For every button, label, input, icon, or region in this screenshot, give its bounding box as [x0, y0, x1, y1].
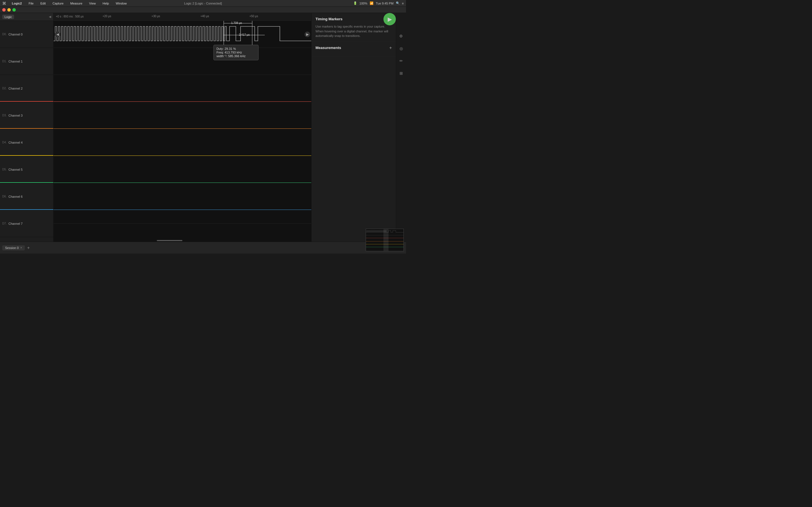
- channel-row-6[interactable]: [54, 183, 311, 210]
- time-marker-30: +30 µs: [151, 15, 160, 18]
- timing-label-1: 1.708 µs: [231, 21, 242, 24]
- channel-name-5: Channel 5: [8, 168, 22, 171]
- timing-marker-2-line: [252, 21, 252, 48]
- sidebar-channel-2[interactable]: D2. Channel 2: [0, 75, 53, 102]
- svg-rect-6: [384, 229, 389, 251]
- channel-id-6: D6.: [2, 195, 8, 198]
- channel-row-1[interactable]: [54, 48, 311, 75]
- pencil-icon[interactable]: ✏: [397, 57, 405, 65]
- channel-row-7[interactable]: [54, 210, 311, 224]
- right-icons: ▶ ⚙ ◎ ✏ ⊞: [396, 13, 406, 242]
- tooltip-measurement: Duty: 29.31 % Freq: 413.793 kHz width⁻¹:…: [213, 45, 259, 60]
- window-title: Logic 2 [Logic - Connected]: [184, 2, 222, 5]
- apple-menu[interactable]: ⌘: [2, 1, 6, 6]
- scrollbar-thumb[interactable]: [157, 240, 183, 241]
- control-strip[interactable]: ≡: [402, 2, 404, 5]
- channel-row-3[interactable]: [54, 102, 311, 129]
- channel-name-2: Channel 2: [8, 87, 22, 90]
- channel-color-5: [0, 182, 53, 183]
- timing-markers-header: Timing Markers +: [315, 16, 392, 21]
- timing-markers-desc: Use markers to tag specific events in yo…: [315, 24, 392, 38]
- timing-label-2: 2.417 µs: [239, 33, 250, 36]
- channel-id-0: D0.: [2, 33, 8, 36]
- session-tab[interactable]: Session 0 ×: [2, 245, 25, 250]
- menu-view[interactable]: View: [88, 1, 97, 6]
- menu-bar: ⌘ Logic2 File Edit Capture Measure View …: [0, 0, 406, 7]
- nav-left[interactable]: ◀: [55, 32, 60, 37]
- channel-id-3: D3.: [2, 114, 8, 117]
- channel-name-3: Channel 3: [8, 114, 22, 117]
- sidebar-channel-3[interactable]: D3. Channel 3: [0, 102, 53, 129]
- channel-2-line: [54, 101, 311, 102]
- channel-color-4: [0, 155, 53, 156]
- sidebar-channel-1[interactable]: D1. Channel 1: [0, 48, 53, 75]
- sidebar-collapse[interactable]: ◀: [49, 15, 51, 18]
- channel-id-1: D1.: [2, 60, 8, 63]
- sidebar-channel-6[interactable]: D6. Channel 6: [0, 183, 53, 210]
- settings-icon[interactable]: ⚙: [397, 32, 405, 40]
- right-panel: Timing Markers + Use markers to tag spec…: [311, 13, 396, 242]
- channel-5-line: [54, 182, 311, 183]
- session-close[interactable]: ×: [20, 246, 22, 249]
- channel-name-0: Channel 0: [8, 33, 22, 36]
- sidebar-channel-7[interactable]: D7. Channel 7: [0, 210, 53, 237]
- channel-name-4: Channel 4: [8, 141, 22, 144]
- sidebar-channel-5[interactable]: D5. Channel 5: [0, 156, 53, 183]
- channel-4-line: [54, 156, 311, 156]
- clock: Tue 9:45 PM: [376, 2, 394, 5]
- channel-color-2: [0, 101, 53, 102]
- close-button[interactable]: [2, 8, 6, 11]
- nav-right[interactable]: ▶: [305, 32, 310, 37]
- channel-row-0[interactable]: ◀ 1.708 µs 2.417 µs Duty: 29.31: [54, 21, 311, 48]
- channel-color-3: [0, 128, 53, 129]
- menu-help[interactable]: Help: [101, 1, 110, 6]
- channel-name-7: Channel 7: [8, 222, 22, 225]
- channel-id-5: D5.: [2, 168, 8, 171]
- sidebar: Logic ◀ D0. Channel 0 D1. Channel 1 D2. …: [0, 13, 54, 242]
- logic-badge: Logic: [2, 15, 14, 19]
- add-session[interactable]: +: [27, 245, 30, 250]
- app-body: Logic ◀ D0. Channel 0 D1. Channel 1 D2. …: [0, 13, 406, 242]
- minimap[interactable]: [366, 229, 404, 251]
- minimize-button[interactable]: [7, 8, 11, 11]
- search-icon-right[interactable]: ◎: [397, 45, 405, 52]
- wifi-icon: 📶: [370, 1, 373, 5]
- grid-icon[interactable]: ⊞: [397, 69, 405, 77]
- menu-file[interactable]: File: [28, 1, 35, 6]
- session-label: Session 0: [5, 246, 18, 249]
- battery-percent: 100%: [359, 2, 367, 5]
- channel-3-line: [54, 128, 311, 129]
- timing-markers-title: Timing Markers: [315, 17, 343, 21]
- play-button[interactable]: ▶: [384, 13, 396, 25]
- channel-6-line: [54, 210, 311, 210]
- menu-window[interactable]: Window: [114, 1, 128, 6]
- channel-id-7: D7.: [2, 222, 8, 225]
- minimap-svg: [366, 229, 403, 251]
- search-icon[interactable]: 🔍: [396, 1, 400, 5]
- channel-name-6: Channel 6: [8, 195, 22, 198]
- channel-row-5[interactable]: [54, 156, 311, 183]
- channel-row-2[interactable]: [54, 75, 311, 102]
- sidebar-header: Logic ◀: [0, 13, 53, 21]
- measurements-header: Measurements +: [315, 45, 392, 50]
- channel-name-1: Channel 1: [8, 60, 22, 63]
- menu-capture[interactable]: Capture: [51, 1, 64, 6]
- channel-id-4: D4.: [2, 141, 8, 144]
- timing-marker-1-line: [223, 21, 224, 48]
- channel-row-4[interactable]: [54, 129, 311, 156]
- timeline-header: +0 s : 893 ms : 500 µs +20 µs +30 µs +40…: [54, 13, 311, 21]
- fullscreen-button[interactable]: [12, 8, 16, 11]
- menu-measure[interactable]: Measure: [69, 1, 84, 6]
- traffic-lights: [2, 8, 16, 11]
- titlebar: [0, 7, 406, 13]
- menu-edit[interactable]: Edit: [39, 1, 47, 6]
- measurements-add[interactable]: +: [389, 45, 392, 50]
- timing-markers-section: Timing Markers + Use markers to tag spec…: [312, 13, 396, 42]
- tooltip-freq: Freq: 413.793 kHz: [216, 51, 255, 54]
- sidebar-channel-0[interactable]: D0. Channel 0: [0, 21, 53, 48]
- timeline-body: ◀ 1.708 µs 2.417 µs Duty: 29.31: [54, 21, 311, 242]
- sidebar-channel-4[interactable]: D4. Channel 4: [0, 129, 53, 156]
- menu-logic2[interactable]: Logic2: [11, 1, 23, 6]
- timeline: +0 s : 893 ms : 500 µs +20 µs +30 µs +40…: [54, 13, 311, 242]
- time-marker-50: +50 µs: [250, 15, 258, 18]
